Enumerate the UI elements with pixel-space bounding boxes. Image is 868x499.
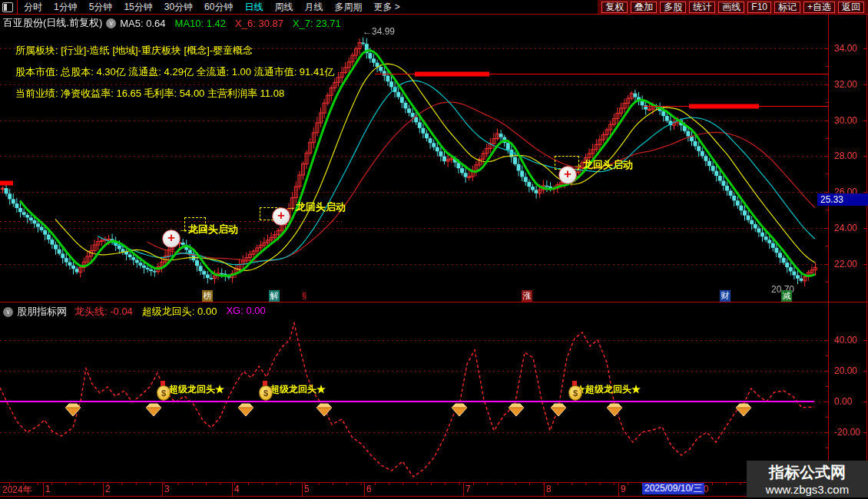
indicator-source: 股朋指标网 [17,305,67,319]
money-bag-icon: $ [157,381,170,402]
menu-separator [17,0,18,14]
diamond-icon [606,403,623,417]
high-price-label: ←34.99 [363,26,395,37]
toolbar-button-统计[interactable]: 统计 [689,2,715,13]
toolbar-button-F10[interactable]: F10 [747,2,771,13]
indicator-axis-label: 0.00 [834,396,852,407]
diamond-icon [451,403,468,417]
dragon-turnback-label: →龙回头启动 [573,158,633,172]
indicator-axis-label: 20.00 [834,365,857,376]
chart-watermark-badge: 减 [781,290,792,302]
menu-item-5分钟[interactable]: 5分钟 [89,1,113,14]
dragon-signal-icon[interactable]: + [558,166,577,184]
last-price-badge: 25.33 [817,193,868,206]
toolbar-button-多股[interactable]: 多股 [660,2,686,13]
ma-values: MA5: 0.64MA10: 1.42X_6: 30.87X_7: 23.71 [120,18,341,29]
menu-item-60分钟[interactable]: 60分钟 [204,1,233,14]
dragon-turnback-label: →龙回头启动 [178,223,238,236]
title-value: X_6: 30.87 [235,18,283,29]
diamond-icon [237,403,254,417]
toolbar-button-复权[interactable]: 复权 [601,2,628,13]
diamond-icon [145,403,162,417]
money-bag-body: $ [568,385,582,401]
dragon-turnback-label: →龙回头启动 [286,200,346,214]
indicator-axis-label: -20.00 [834,427,860,438]
month-label[interactable]: 3 [164,484,170,494]
month-label[interactable]: 5 [304,484,310,494]
watermark-url: www.zbgs3.com [747,483,868,496]
month-label[interactable]: 6 [366,484,372,494]
menu-item-分时[interactable]: 分时 [24,1,42,14]
month-label[interactable]: 8 [546,484,552,494]
title-value: MA10: 1.42 [175,18,227,29]
earnings-info-line: 当前业绩: 净资收益率: 16.65 毛利率: 54.00 主营利润率 11.0… [15,87,284,101]
menu-item-日线[interactable]: 日线 [244,1,263,14]
price-axis-label: 28.00 [834,150,857,161]
menu-item-月线[interactable]: 月线 [304,1,323,14]
chevron-down-icon[interactable]: ∨ [106,18,116,28]
chart-watermark-badge: 涨 [522,290,532,302]
chart-watermark-badge: 榜 [202,290,213,302]
toolbar-button-返回[interactable]: 返回 [838,2,864,13]
month-label[interactable]: 7 [465,484,471,494]
chart-watermark-badge: 解 [269,290,280,302]
month-label[interactable]: 2 [105,484,111,494]
window-icon[interactable] [2,2,13,12]
title-row: 百亚股份(日线.前复权) ∨ MA5: 0.64MA10: 1.42X_6: 3… [3,16,341,30]
super-dragon-star-label: ★超级龙回头★ [576,383,641,396]
chart-watermark-badge: § [299,290,310,302]
indicator-values: 龙头线: -0.04超级龙回头: 0.00XG: 0.00 [75,305,266,319]
diamond-icon [735,403,752,417]
site-watermark: 指标公式网 www.zbgs3.com [747,461,868,497]
diamond-icon [65,403,81,417]
menu-item-15分钟[interactable]: 15分钟 [124,1,152,14]
month-label[interactable]: 4 [234,484,240,494]
money-bag-body: $ [259,385,273,401]
cap-info-line: 股本市值: 总股本: 4.30亿 流通盘: 4.29亿 全流通: 1.00 流通… [15,65,334,79]
title-value: X_7: 23.71 [293,18,341,29]
indicator-header: ∨ 股朋指标网 龙头线: -0.04超级龙回头: 0.00XG: 0.00 [0,305,266,319]
toolbar-button-叠加[interactable]: 叠加 [631,2,657,13]
tools-menu: 复权叠加多股统计画线F10标记+自选返回 [598,0,868,14]
stock-title[interactable]: 百亚股份(日线.前复权) [3,16,102,30]
month-label[interactable]: 1 [45,484,51,494]
diamond-icon [316,403,333,417]
price-axis-label: 22.00 [834,259,857,269]
menu-item-周线[interactable]: 周线 [274,1,293,14]
dragon-signal-icon[interactable]: + [272,207,290,226]
money-bag-icon: $ [568,381,581,402]
toolbar-button-标记[interactable]: 标记 [774,2,800,13]
diamond-icon [550,403,567,417]
toolbar-button-+自选[interactable]: +自选 [803,2,835,13]
year-label: 2024年 [2,484,32,497]
menu-item-多周期[interactable]: 多周期 [334,1,362,14]
menu-item-30分钟[interactable]: 30分钟 [164,1,193,14]
indicator-value: XG: 0.00 [226,305,265,319]
indicator-value: 龙头线: -0.04 [75,305,133,319]
price-axis-label: 34.00 [834,43,857,54]
price-axis-label: 32.00 [834,79,857,90]
diamond-icon [508,403,525,417]
current-date-badge: 2025/09/10/三 [642,483,704,494]
indicator-value: 超级龙回头: 0.00 [142,305,217,319]
sector-info-line: 所属板块: [行业]-造纸 [地域]-重庆板块 [概念]-婴童概念 [15,44,253,58]
indicator-axis-label: 40.00 [834,335,857,345]
period-menu: 分时1分钟5分钟15分钟30分钟60分钟日线周线月线多周期更多 > [24,1,412,14]
dragon-signal-icon[interactable]: + [162,230,181,248]
money-bag-icon: $ [259,381,272,402]
indicator-chevron-icon[interactable]: ∨ [3,307,13,317]
menu-item-更多 >[interactable]: 更多 > [373,1,399,14]
toolbar-button-画线[interactable]: 画线 [718,2,744,13]
price-axis-label: 24.00 [834,223,857,233]
chart-watermark-badge: 财 [720,290,731,302]
watermark-title: 指标公式网 [747,462,868,483]
month-label[interactable]: 9 [621,484,626,494]
price-axis-label: 30.00 [834,115,857,126]
menu-item-1分钟[interactable]: 1分钟 [54,1,78,14]
title-value: MA5: 0.64 [120,18,165,29]
money-bag-body: $ [157,385,171,401]
trading-app-window: { "menu": { "left": [ {"label": "分时", "a… [0,0,868,499]
